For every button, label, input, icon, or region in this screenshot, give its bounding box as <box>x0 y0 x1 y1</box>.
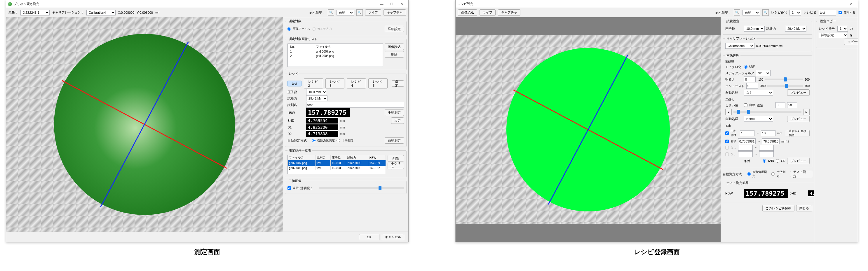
transparency-slider[interactable] <box>319 187 404 189</box>
and-radio[interactable]: AND <box>763 159 774 163</box>
threshold-hi-input[interactable] <box>787 102 797 108</box>
figure-caption-2: レシピ登録画面 <box>455 248 858 257</box>
or-radio[interactable]: OR <box>776 159 785 163</box>
decide-button[interactable]: 決定 <box>391 117 404 124</box>
auto-threshold-checkbox[interactable]: 自動 <box>744 103 755 107</box>
zoom-select[interactable]: 自動 <box>337 10 354 16</box>
zoom-out-icon[interactable]: 🔍 <box>328 9 334 16</box>
dia-to-area-button[interactable]: 直径から面積換算 <box>786 130 810 137</box>
preview-button[interactable]: プレビュー <box>787 89 810 96</box>
recipe-no-select[interactable]: 1 <box>789 10 801 16</box>
use-checkbox[interactable]: 使用する <box>839 10 856 14</box>
result-row: grid-0007.pngtest10.00029420.000157.789 <box>288 160 386 166</box>
cross-measure-radio[interactable]: 十字測定 <box>337 139 353 143</box>
preview-button-2[interactable]: プレビュー <box>787 116 810 122</box>
image-viewport[interactable] <box>456 17 721 242</box>
calibration-select[interactable]: Calibration4 <box>725 43 754 49</box>
delete-button[interactable]: 削除 <box>385 51 404 58</box>
id-input[interactable] <box>306 102 404 108</box>
extra-cond-2-checkbox[interactable]: なし <box>725 152 736 156</box>
luminance-radio[interactable]: 明度 <box>744 65 755 69</box>
cross-radio[interactable]: 十字測定 <box>771 170 788 178</box>
minimize-button[interactable]: — <box>377 1 387 7</box>
recipe-tab-2[interactable]: レシピ2 <box>304 78 323 89</box>
force-select[interactable]: 29.42 kN <box>306 95 328 101</box>
circ-lo-input[interactable] <box>740 130 754 136</box>
target-file-radio[interactable]: 画像ファイル <box>287 27 310 31</box>
recipe-settings-button[interactable]: 設定 <box>392 80 404 87</box>
unit-mm: mm <box>155 11 160 14</box>
contrast-label: コントラスト <box>725 84 745 88</box>
zoom-in-icon[interactable]: 🔍 <box>356 9 363 16</box>
save-recipe-button[interactable]: このレシピを保存 <box>762 205 795 211</box>
recipe-tab-4[interactable]: レシピ4 <box>347 78 366 89</box>
brightness-input[interactable] <box>744 77 756 82</box>
range-right-icon[interactable]: ► <box>803 109 810 115</box>
brightness-slider[interactable] <box>765 79 803 80</box>
detail-settings-button[interactable]: 詳細設定 <box>385 26 404 32</box>
extra-cond-1-checkbox[interactable]: なし <box>725 146 736 150</box>
image-viewport[interactable] <box>6 17 283 232</box>
recipe-tab-5[interactable]: レシピ5 <box>368 78 388 89</box>
close-recipe-button[interactable]: 閉じる <box>796 205 812 211</box>
indenter-select[interactable]: 10.0 mm <box>306 89 327 95</box>
target-camera-radio[interactable]: カメラ入力 <box>312 27 332 31</box>
live-button[interactable]: ライブ <box>365 9 381 16</box>
clear-all-button[interactable]: 全クリア <box>388 163 404 169</box>
circ-hi-input[interactable] <box>761 130 775 136</box>
test-result-group: テスト測定結果 HBW 157.789275 BHD 4.769554 mm D… <box>723 181 814 202</box>
image-load-button[interactable]: 画像読込 <box>458 9 477 16</box>
area-hi-input[interactable] <box>762 139 780 144</box>
recipe-tab-3[interactable]: レシピ3 <box>326 78 345 89</box>
image-processing-group: 画像処理 前処理 モノクロ化 明度 メディアンフィルタ 9x3 明るさ -100… <box>723 54 812 167</box>
results-table[interactable]: ファイル名識別名圧子径試験力HBW grid-0007.pngtest10.00… <box>287 155 386 174</box>
image-file-list[interactable]: No.ファイル名 1grid-0007.png 2grid-0008.png <box>287 43 383 67</box>
area-lo-input[interactable] <box>738 139 756 144</box>
median-select[interactable]: 9x3 <box>756 70 771 76</box>
measurement-window: ブリネル硬さ測定 — ☐ ✕ 規格： JISZ2243-1 キャリブレーション：… <box>6 0 409 242</box>
cancel-button[interactable]: キャンセル <box>382 234 404 240</box>
maximize-button[interactable]: ☐ <box>387 1 397 7</box>
force-select[interactable]: 29.42 kN <box>785 26 806 32</box>
autoproc-select[interactable]: なし <box>744 90 773 95</box>
compound-angle-radio[interactable]: 複数角度測定 <box>312 139 335 143</box>
ok-button[interactable]: OK <box>359 234 379 240</box>
close-button[interactable]: ✕ <box>846 1 856 7</box>
hbw-label: HBW <box>287 111 304 115</box>
letterbox-bottom <box>456 224 721 242</box>
auto-measure-button[interactable]: 自動測定 <box>385 137 404 144</box>
calibration-select[interactable]: Calibration4 <box>86 10 116 16</box>
contrast-input[interactable] <box>746 83 758 89</box>
test-measure-button[interactable]: テスト測定 <box>790 171 812 177</box>
contrast-slider[interactable] <box>767 85 803 87</box>
show-binary-checkbox[interactable]: 表示 <box>287 186 299 190</box>
live-button[interactable]: ライブ <box>479 9 496 16</box>
recipe-tab-1[interactable]: test <box>287 81 302 86</box>
copy-target-select[interactable]: 試験設定 <box>819 32 848 38</box>
standard-select[interactable]: JISZ2243-1 <box>21 10 50 16</box>
zoom-select[interactable]: 自動 <box>743 10 760 16</box>
compound-angle-radio[interactable]: 複数角度測定 <box>747 170 770 178</box>
recipe-name-input[interactable] <box>819 10 836 16</box>
manual-measure-button[interactable]: 手動測定 <box>385 110 404 116</box>
zoom-out-icon[interactable]: 🔍 <box>734 9 740 16</box>
indenter-label: 圧子径 <box>287 90 304 94</box>
recipe-legend: レシピ <box>287 71 300 76</box>
preview-button-3[interactable]: プレビュー <box>787 158 810 164</box>
copy-button[interactable]: コピーする <box>844 38 858 45</box>
recipe-name-label: レシピ名 <box>804 10 816 14</box>
copy-recipe-no-select[interactable]: 1 <box>837 26 848 32</box>
range-left-icon[interactable]: ◄ <box>725 109 732 115</box>
capture-button[interactable]: キャプチャ <box>383 9 406 16</box>
image-load-button[interactable]: 画像読込 <box>385 43 404 50</box>
circ-eq-checkbox[interactable]: 円相当径 <box>725 129 738 137</box>
threshold-slider[interactable] <box>734 111 802 113</box>
close-button[interactable]: ✕ <box>397 1 407 7</box>
autoproc-bin-select[interactable]: Brinell <box>744 116 773 122</box>
area-checkbox[interactable]: 面積 <box>725 139 736 143</box>
indenter-select[interactable]: 10.0 mm <box>744 26 765 32</box>
zoom-in-icon[interactable]: 🔍 <box>762 9 769 16</box>
capture-button[interactable]: キャプチャ <box>498 9 520 16</box>
threshold-lo-input[interactable] <box>775 102 785 108</box>
result-delete-button[interactable]: 削除 <box>388 155 404 161</box>
